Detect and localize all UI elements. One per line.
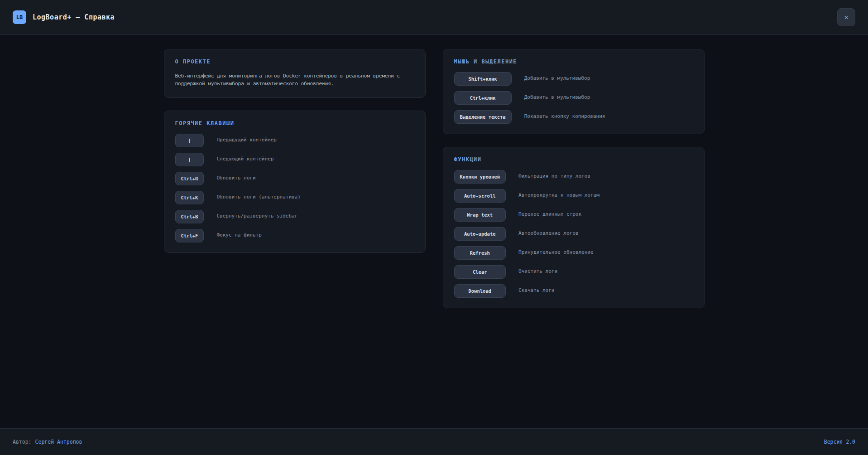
action-description: Показать кнопку копирования xyxy=(524,110,693,124)
author-label: Автор: xyxy=(13,439,32,445)
feature-badge: Wrap text xyxy=(454,208,506,222)
key-description: Обновить логи (альтернатива) xyxy=(216,191,414,204)
features-card: ФУНКЦИИ Кнопки уровней Фильтрация по тип… xyxy=(443,147,705,308)
help-content: О ПРОЕКТЕ Веб-интерфейс для мониторинга … xyxy=(0,35,868,428)
hotkeys-card-title: ГОРЯЧИЕ КЛАВИШИ xyxy=(175,120,414,126)
key-badge: Ctrl+F xyxy=(175,229,204,242)
mouse-card: МЫШЬ И ВЫДЕЛЕНИЕ Shift+клик Добавить в м… xyxy=(443,49,705,134)
key-description: Фокус на фильтр xyxy=(216,229,414,242)
key-description: Свернуть/развернуть sidebar xyxy=(216,210,414,223)
close-button[interactable]: ✕ xyxy=(837,8,855,26)
key-badge: ] xyxy=(175,153,204,166)
about-card-text: Веб-интерфейс для мониторинга логов Dock… xyxy=(175,72,414,87)
key-description: Обновить логи xyxy=(216,172,414,185)
feature-badge: Clear xyxy=(454,265,506,279)
feature-description: Принудительное обновление xyxy=(518,246,693,260)
author-line: Автор:Сергей Антропов xyxy=(13,439,82,445)
left-column: О ПРОЕКТЕ Веб-интерфейс для мониторинга … xyxy=(164,49,426,253)
key-description: Следующий контейнер xyxy=(216,153,414,166)
feature-description: Фильтрация по типу логов xyxy=(518,170,693,184)
footer-bar: Автор:Сергей Антропов Версия 2.0 xyxy=(0,428,868,455)
features-card-title: ФУНКЦИИ xyxy=(454,156,693,163)
features-rows: Кнопки уровней Фильтрация по типу логов … xyxy=(454,170,693,298)
hotkeys-card: ГОРЯЧИЕ КЛАВИШИ [ Предыдущий контейнер ]… xyxy=(164,111,426,253)
feature-description: Очистить логи xyxy=(518,265,693,279)
key-description: Предыдущий контейнер xyxy=(216,134,414,147)
feature-description: Автообновление логов xyxy=(518,227,693,241)
page-title: LogBoard+ — Справка xyxy=(33,13,115,21)
action-description: Добавить в мультивыбор xyxy=(524,72,693,86)
header-bar: LB LogBoard+ — Справка ✕ xyxy=(0,0,868,35)
feature-description: Перенос длинных строк xyxy=(518,208,693,222)
action-description: Добавить в мультивыбор xyxy=(524,91,693,105)
action-badge: Выделение текста xyxy=(454,110,512,124)
mouse-card-title: МЫШЬ И ВЫДЕЛЕНИЕ xyxy=(454,58,693,65)
feature-badge: Download xyxy=(454,284,506,298)
version-label: Версия 2.0 xyxy=(824,439,855,445)
action-badge: Ctrl+клик xyxy=(454,91,512,105)
about-card: О ПРОЕКТЕ Веб-интерфейс для мониторинга … xyxy=(164,49,426,98)
right-column: МЫШЬ И ВЫДЕЛЕНИЕ Shift+клик Добавить в м… xyxy=(443,49,705,308)
author-link[interactable]: Сергей Антропов xyxy=(35,439,82,445)
feature-badge: Auto-scroll xyxy=(454,189,506,203)
key-badge: Ctrl+R xyxy=(175,172,204,185)
app-logo: LB xyxy=(13,10,26,24)
mouse-rows: Shift+клик Добавить в мультивыбор Ctrl+к… xyxy=(454,72,693,124)
about-card-title: О ПРОЕКТЕ xyxy=(175,58,414,65)
hotkeys-rows: [ Предыдущий контейнер ] Следующий конте… xyxy=(175,134,414,242)
key-badge: [ xyxy=(175,134,204,147)
feature-description: Скачать логи xyxy=(518,284,693,298)
feature-badge: Auto-update xyxy=(454,227,506,241)
action-badge: Shift+клик xyxy=(454,72,512,86)
close-icon: ✕ xyxy=(844,13,848,21)
key-badge: Ctrl+K xyxy=(175,191,204,204)
cards-grid: О ПРОЕКТЕ Веб-интерфейс для мониторинга … xyxy=(164,49,705,308)
feature-badge: Refresh xyxy=(454,246,506,260)
key-badge: Ctrl+B xyxy=(175,210,204,223)
feature-description: Автопрокрутка к новым логам xyxy=(518,189,693,203)
feature-badge: Кнопки уровней xyxy=(454,170,506,184)
